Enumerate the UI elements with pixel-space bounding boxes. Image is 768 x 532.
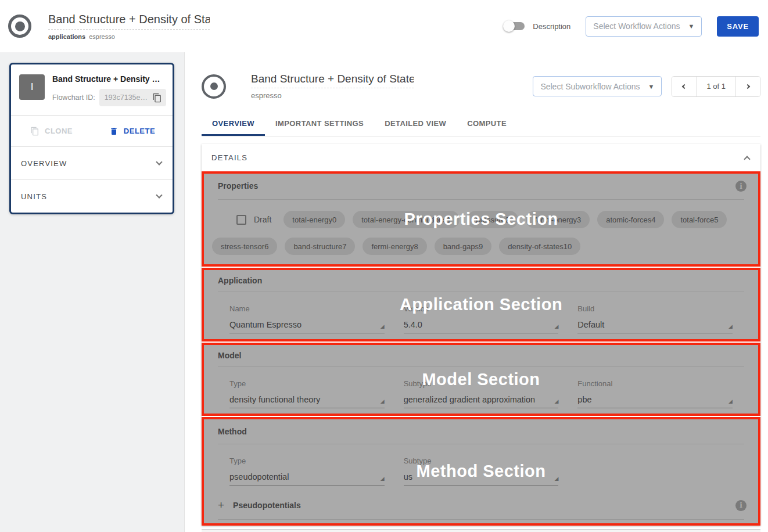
- flowchart-id-box: 193c7135e…: [99, 89, 166, 106]
- unit-avatar: I: [19, 74, 45, 100]
- info-icon[interactable]: i: [735, 500, 747, 511]
- model-type-select[interactable]: density functional theory ◢: [229, 395, 385, 408]
- subworkflow-actions: Select Subworkflow Actions ▼ 1 of 1: [533, 76, 760, 97]
- property-chip[interactable]: total-energy0: [283, 211, 345, 228]
- properties-chips: Draft total-energy0 total-energy-contrib…: [204, 200, 758, 255]
- application-name-select[interactable]: Quantum Espresso ◢: [229, 320, 385, 333]
- property-chip[interactable]: total-force5: [672, 211, 727, 228]
- subworkflow-title-block: Band Structure + Density of States espre…: [251, 73, 414, 100]
- subworkflow-subtitle: espresso: [251, 91, 414, 100]
- details-panel-header[interactable]: DETAILS: [202, 144, 760, 171]
- tab-bar: OVERVIEW IMPORTANT SETTINGS DETAILED VIE…: [202, 110, 760, 136]
- pseudopotentials-label: Pseudopotentials: [233, 501, 301, 510]
- dropdown-corner-icon: ◢: [554, 324, 558, 329]
- pager-prev-button[interactable]: [672, 77, 697, 96]
- properties-title: Properties: [218, 181, 258, 190]
- model-subtype-select[interactable]: generalized gradient approximation ◢: [404, 395, 559, 408]
- chevron-right-icon: [745, 84, 750, 88]
- chevron-up-icon: [744, 156, 750, 162]
- property-chip[interactable]: atomic-forces4: [597, 211, 664, 228]
- clone-button[interactable]: CLONE: [11, 116, 92, 146]
- application-title: Application: [218, 276, 744, 285]
- subworkflow-icon: [202, 74, 226, 99]
- properties-title-row: Properties i: [204, 174, 758, 192]
- divider: [218, 519, 744, 520]
- method-type-field: Type pseudopotential ◢: [229, 456, 385, 486]
- unit-actions: CLONE DELETE: [11, 115, 173, 146]
- property-chip[interactable]: fermi-energy3: [526, 211, 590, 228]
- draft-checkbox-label: Draft: [254, 215, 271, 224]
- method-subtype-select[interactable]: us ◢: [404, 472, 559, 486]
- property-chip[interactable]: density-of-states10: [499, 238, 580, 255]
- trash-icon: [109, 127, 119, 136]
- property-chip[interactable]: band-gaps9: [435, 238, 492, 255]
- property-chip[interactable]: pressure2: [467, 211, 518, 228]
- sidebar-item-overview-label: OVERVIEW: [21, 159, 67, 168]
- description-toggle-thumb: [503, 20, 515, 32]
- model-functional-select[interactable]: pbe ◢: [577, 395, 733, 408]
- model-fields: Type density functional theory ◢ Subtype…: [204, 367, 758, 408]
- application-build-field: Build Default ◢: [577, 304, 733, 333]
- sidebar: I Band Structure + Density of … Flowchar…: [0, 52, 185, 532]
- application-section: Application Name Quantum Espresso ◢ Vers…: [202, 268, 760, 342]
- workflow-actions-select[interactable]: Select Workflow Actions ▼: [586, 16, 702, 37]
- breadcrumb: applicationsespresso: [48, 33, 210, 40]
- flowchart-id-value[interactable]: 193c7135e…: [105, 94, 148, 102]
- field-label: Subtype: [404, 379, 559, 388]
- header-actions: Description Select Workflow Actions ▼ SA…: [505, 16, 759, 37]
- workflow-actions-select-label: Select Workflow Actions: [593, 21, 680, 31]
- tab-overview[interactable]: OVERVIEW: [202, 110, 265, 136]
- info-icon[interactable]: i: [735, 181, 747, 192]
- dropdown-corner-icon: ◢: [554, 399, 558, 404]
- dropdown-corner-icon: ◢: [728, 324, 733, 329]
- application-build-select[interactable]: Default ◢: [577, 320, 733, 333]
- chevron-down-icon: [156, 159, 162, 165]
- draft-checkbox[interactable]: [236, 215, 246, 225]
- application-version-select[interactable]: 5.4.0 ◢: [404, 320, 559, 333]
- application-version-field: Version 5.4.0 ◢: [404, 304, 559, 333]
- workflow-title-input[interactable]: Band Structure + Density of States: [48, 13, 210, 30]
- field-value: density functional theory: [229, 395, 320, 404]
- sidebar-item-overview[interactable]: OVERVIEW: [11, 146, 173, 179]
- delete-button[interactable]: DELETE: [92, 116, 173, 146]
- model-section: Model Type density functional theory ◢ S…: [202, 343, 760, 416]
- application-name-field: Name Quantum Espresso ◢: [229, 304, 385, 333]
- subworkflow-actions-select[interactable]: Select Subworkflow Actions ▼: [533, 76, 662, 96]
- method-type-select[interactable]: pseudopotential ◢: [229, 472, 385, 486]
- method-empty-field: [577, 456, 733, 486]
- field-value: pseudopotential: [229, 472, 289, 481]
- property-chip[interactable]: total-energy-contributions1: [353, 211, 460, 228]
- subworkflow-actions-select-label: Select Subworkflow Actions: [540, 82, 640, 91]
- description-toggle[interactable]: [505, 22, 525, 30]
- sidebar-item-units[interactable]: UNITS: [11, 179, 173, 213]
- property-chip[interactable]: band-structure7: [285, 238, 355, 255]
- application-fields: Name Quantum Espresso ◢ Version 5.4.0 ◢: [204, 292, 758, 333]
- subworkflow-header: Band Structure + Density of States espre…: [202, 65, 760, 107]
- draft-checkbox-wrap: Draft: [236, 215, 271, 225]
- field-label: Subtype: [404, 456, 559, 465]
- model-type-field: Type density functional theory ◢: [229, 379, 385, 408]
- method-subtype-field: Subtype us ◢: [404, 456, 559, 486]
- field-label: Build: [577, 304, 733, 313]
- pager-label: 1 of 1: [697, 77, 735, 96]
- tab-important-settings[interactable]: IMPORTANT SETTINGS: [265, 110, 374, 136]
- clone-icon: [30, 127, 40, 136]
- tab-detailed-view[interactable]: DETAILED VIEW: [374, 110, 457, 136]
- details-card: DETAILS Properties i Draft total-energy0…: [202, 144, 760, 526]
- flowchart-id-label: Flowchart ID:: [52, 94, 95, 102]
- dropdown-corner-icon: ◢: [554, 476, 558, 481]
- save-button[interactable]: SAVE: [717, 16, 759, 37]
- add-pseudopotential-button[interactable]: +: [218, 499, 224, 512]
- subworkflow-title-input[interactable]: Band Structure + Density of States: [251, 73, 414, 88]
- pager-next-button[interactable]: [735, 77, 760, 96]
- workflow-title-block: Band Structure + Density of States appli…: [48, 13, 210, 40]
- copy-icon[interactable]: [152, 93, 162, 103]
- field-value: Quantum Espresso: [229, 320, 302, 329]
- dropdown-corner-icon: ◢: [728, 399, 733, 404]
- tab-compute[interactable]: COMPUTE: [457, 110, 517, 136]
- clone-button-label: CLONE: [45, 127, 73, 135]
- method-section: Method Type pseudopotential ◢ Subtype us: [202, 417, 760, 526]
- property-chip[interactable]: stress-tensor6: [212, 238, 277, 255]
- field-label: Functional: [577, 379, 733, 388]
- property-chip[interactable]: fermi-energy8: [363, 238, 426, 255]
